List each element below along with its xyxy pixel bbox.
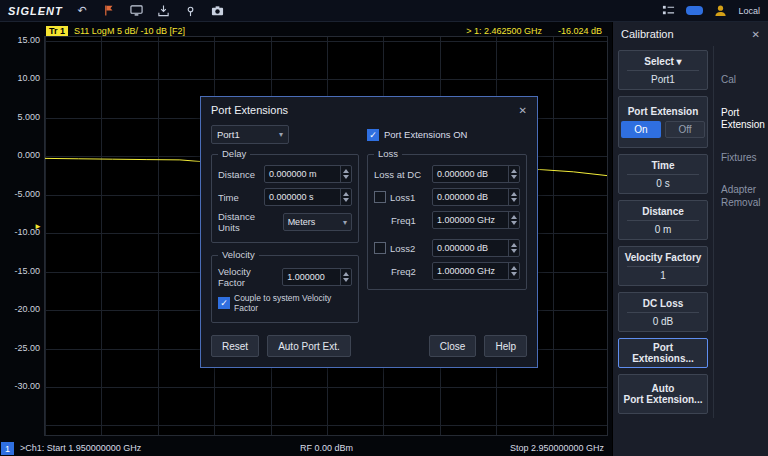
undo-icon[interactable]: ↶ bbox=[75, 3, 90, 18]
marker-flag-icon[interactable] bbox=[102, 3, 117, 18]
dialog-titlebar: Port Extensions ✕ bbox=[201, 97, 537, 123]
loss1-label: Loss1 bbox=[390, 192, 415, 203]
dialog-port-select[interactable]: Port1▾ bbox=[211, 125, 289, 144]
port-extensions-on-checkbox[interactable]: ✓ bbox=[367, 129, 379, 141]
rf-power-label: RF 0.00 dBm bbox=[300, 443, 353, 453]
task-list-icon[interactable] bbox=[661, 3, 676, 18]
touch-icon[interactable] bbox=[183, 3, 198, 18]
port-extension-on-button[interactable]: On bbox=[621, 121, 661, 138]
marker-readout: > 1: 2.462500 GHz -16.024 dB bbox=[466, 26, 602, 36]
sidebar-header: Calibration ✕ bbox=[613, 22, 768, 46]
spin-up-icon[interactable] bbox=[511, 243, 517, 247]
local-mode-label: Local bbox=[738, 6, 760, 16]
distance-units-select[interactable]: Meters▾ bbox=[283, 213, 352, 231]
port-extensions-on-checkbox-row[interactable]: ✓ Port Extensions ON bbox=[367, 129, 467, 141]
velocity-factory-button[interactable]: Velocity Factory 1 bbox=[618, 246, 708, 286]
loss-at-dc-field[interactable]: 0.000000 dB bbox=[432, 165, 520, 183]
y-tick: 0.000 bbox=[4, 150, 40, 160]
auto-port-extension-button[interactable]: Auto Port Extension... bbox=[618, 374, 708, 414]
y-tick: -25.00 bbox=[4, 343, 40, 353]
spin-down-icon[interactable] bbox=[511, 221, 517, 225]
y-tick: -30.00 bbox=[4, 381, 40, 391]
reference-level-arrow-icon: ► bbox=[34, 222, 42, 231]
select-port-button[interactable]: Select ▾ Port1 bbox=[618, 50, 708, 90]
distance-button[interactable]: Distance 0 m bbox=[618, 200, 708, 240]
freq2-field[interactable]: 1.000000 GHz bbox=[432, 262, 520, 280]
close-button[interactable]: Close bbox=[429, 335, 477, 357]
loss-group-legend: Loss bbox=[374, 148, 402, 159]
spin-down-icon[interactable] bbox=[511, 272, 517, 276]
port-extensions-button[interactable]: Port Extensions... bbox=[618, 338, 708, 368]
page-badge[interactable]: 1 bbox=[1, 442, 14, 455]
reset-button[interactable]: Reset bbox=[211, 335, 259, 357]
velocity-group-legend: Velocity bbox=[218, 249, 259, 260]
freq2-label: Freq2 bbox=[374, 266, 416, 277]
spin-down-icon[interactable] bbox=[511, 249, 517, 253]
spin-up-icon[interactable] bbox=[511, 192, 517, 196]
top-toolbar: SIGLENT ↶ Local bbox=[0, 0, 768, 22]
time-field[interactable]: 0.000000 s bbox=[264, 188, 352, 206]
couple-label: Couple to system Velocity Factor bbox=[234, 293, 352, 313]
loss1-checkbox[interactable] bbox=[374, 191, 386, 203]
couple-checkbox[interactable]: ✓ bbox=[218, 297, 230, 309]
loss2-checkbox[interactable] bbox=[374, 242, 386, 254]
velocity-factor-label: Velocity Factor bbox=[218, 266, 278, 288]
chevron-down-icon: ▾ bbox=[677, 56, 682, 67]
marker-amplitude: -16.024 dB bbox=[558, 26, 602, 36]
siglent-logo: SIGLENT bbox=[8, 5, 63, 17]
spin-up-icon[interactable] bbox=[343, 272, 349, 276]
port-extensions-dialog: Port Extensions ✕ Port1▾ ✓ Port Extensio… bbox=[200, 96, 538, 368]
spin-up-icon[interactable] bbox=[511, 215, 517, 219]
freq1-field[interactable]: 1.000000 GHz bbox=[432, 211, 520, 229]
spin-down-icon[interactable] bbox=[343, 278, 349, 282]
save-icon[interactable] bbox=[156, 3, 171, 18]
port-extensions-on-label: Port Extensions ON bbox=[384, 129, 467, 140]
spin-down-icon[interactable] bbox=[511, 198, 517, 202]
tab-port-extension[interactable]: Port Extension bbox=[721, 107, 765, 132]
loss2-field[interactable]: 0.000000 dB bbox=[432, 239, 520, 257]
y-tick: 15.00 bbox=[4, 35, 40, 45]
usb-indicator-icon bbox=[686, 6, 703, 15]
spin-up-icon[interactable] bbox=[343, 192, 349, 196]
spin-down-icon[interactable] bbox=[343, 198, 349, 202]
help-button[interactable]: Help bbox=[484, 335, 527, 357]
camera-icon[interactable] bbox=[210, 3, 225, 18]
velocity-factor-field[interactable]: 1.000000 bbox=[282, 268, 352, 286]
tab-cal[interactable]: Cal bbox=[721, 74, 765, 87]
trace-badge[interactable]: Tr 1 bbox=[46, 26, 68, 36]
trace-settings-label: S11 LogM 5 dB/ -10 dB [F2] bbox=[74, 26, 185, 36]
user-icon[interactable] bbox=[713, 3, 728, 18]
spin-up-icon[interactable] bbox=[511, 266, 517, 270]
distance-units-label: Distance Units bbox=[218, 211, 279, 233]
y-tick: 5.000 bbox=[4, 112, 40, 122]
dc-loss-button[interactable]: DC Loss 0 dB bbox=[618, 292, 708, 332]
y-tick: -5.000 bbox=[4, 189, 40, 199]
display-icon[interactable] bbox=[129, 3, 144, 18]
time-button[interactable]: Time 0 s bbox=[618, 154, 708, 194]
auto-port-ext-button[interactable]: Auto Port Ext. bbox=[267, 335, 351, 357]
couple-checkbox-row[interactable]: ✓ Couple to system Velocity Factor bbox=[218, 293, 352, 313]
distance-field[interactable]: 0.000000 m bbox=[264, 165, 352, 183]
sidebar-buttons: Select ▾ Port1 Port Extension On Off Tim… bbox=[613, 46, 713, 418]
port-extension-off-button[interactable]: Off bbox=[665, 121, 705, 138]
y-tick: 10.00 bbox=[4, 73, 40, 83]
spin-up-icon[interactable] bbox=[343, 169, 349, 173]
tab-fixtures[interactable]: Fixtures bbox=[721, 152, 765, 165]
dialog-close-icon[interactable]: ✕ bbox=[519, 105, 527, 116]
spin-down-icon[interactable] bbox=[343, 175, 349, 179]
spin-down-icon[interactable] bbox=[511, 175, 517, 179]
sidebar-close-icon[interactable]: ✕ bbox=[752, 29, 760, 40]
sidebar-tabs: Cal Port Extension Fixtures Adapter Remo… bbox=[713, 46, 768, 418]
delay-group-legend: Delay bbox=[218, 148, 250, 159]
tab-adapter-removal[interactable]: Adapter Removal bbox=[721, 184, 765, 209]
spin-up-icon[interactable] bbox=[511, 169, 517, 173]
loss-at-dc-label: Loss at DC bbox=[374, 169, 421, 180]
loss1-field[interactable]: 0.000000 dB bbox=[432, 188, 520, 206]
distance-label: Distance bbox=[218, 169, 255, 180]
delay-group: Delay Distance 0.000000 m Time 0.000000 bbox=[211, 154, 359, 243]
toolbar-right: Local bbox=[661, 3, 760, 18]
dialog-title: Port Extensions bbox=[211, 104, 288, 116]
loss2-label: Loss2 bbox=[390, 243, 415, 254]
time-label: Time bbox=[218, 192, 239, 203]
channel-status-bar: >Ch1: Start 1.950000000 GHz RF 0.00 dBm … bbox=[0, 440, 612, 456]
